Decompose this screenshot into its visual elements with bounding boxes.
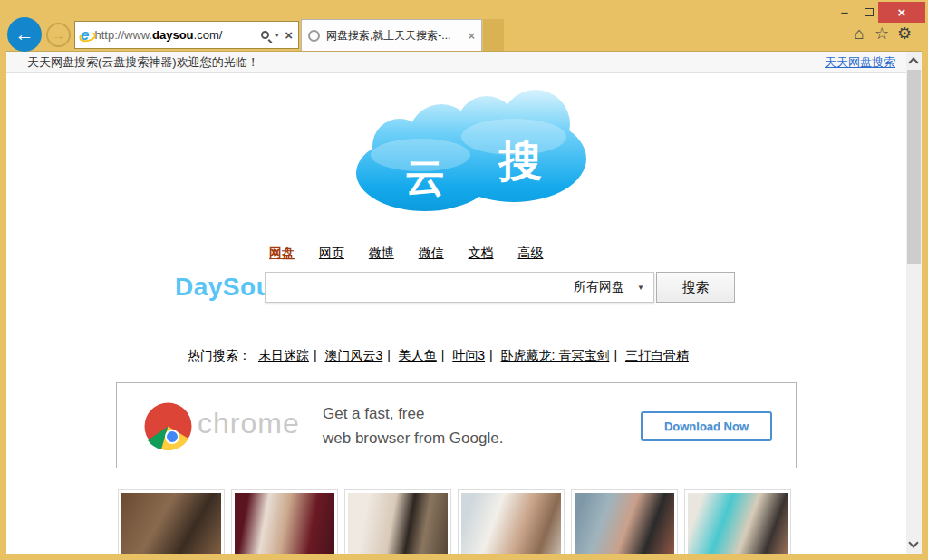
minimize-button[interactable]: – [832, 2, 857, 23]
address-bar[interactable]: e http://www.daysou.com/ ▼ × [74, 21, 299, 49]
hot-link-6[interactable]: 三打白骨精 [625, 348, 689, 362]
close-button[interactable]: × [878, 2, 925, 23]
nav-item-docs[interactable]: 文档 [469, 246, 494, 262]
disk-select-value: 所有网盘 [574, 279, 624, 295]
tab-loading-icon [308, 30, 320, 42]
separator: | [614, 348, 617, 362]
ie-logo-icon: e [81, 26, 89, 44]
forward-arrow-icon: → [53, 28, 65, 43]
search-area: DaySou 所有网盘 ▼ 搜索 [175, 271, 735, 304]
back-arrow-icon: ← [15, 24, 34, 45]
hot-link-1[interactable]: 末日迷踪 [258, 348, 309, 362]
page-content: 天天网盘搜索(云盘搜索神器)欢迎您的光临！ 天天网盘搜索 [6, 52, 906, 554]
top-right-link[interactable]: 天天网盘搜索 [825, 52, 895, 72]
maximize-icon [865, 8, 874, 16]
select-caret-icon: ▼ [637, 284, 644, 292]
disk-type-select[interactable]: 所有网盘 ▼ [570, 273, 648, 302]
browser-toolbar: ⌂ ☆ ⚙ [850, 24, 914, 43]
tab-close-icon[interactable]: × [468, 29, 475, 43]
hot-search-label: 热门搜索： [188, 348, 251, 362]
welcome-text: 天天网盘搜索(云盘搜索神器)欢迎您的光临！ [27, 52, 259, 72]
hot-link-4[interactable]: 叶问3 [452, 348, 485, 362]
settings-gear-icon[interactable]: ⚙ [895, 24, 914, 43]
download-now-button[interactable]: Download Now [641, 411, 772, 441]
hot-link-3[interactable]: 美人鱼 [399, 348, 437, 362]
close-icon: × [898, 5, 906, 20]
nav-item-wechat[interactable]: 微信 [419, 246, 444, 262]
site-brand-text: DaySou [175, 273, 265, 302]
logo-char-right: 搜 [497, 137, 542, 185]
forward-button[interactable]: → [46, 23, 71, 47]
new-tab-button[interactable] [483, 19, 504, 51]
hot-search-row: 热门搜索： 末日迷踪| 澳门风云3| 美人鱼| 叶问3| 卧虎藏龙: 青冥宝剑|… [188, 348, 689, 364]
minimize-icon: – [841, 5, 848, 20]
search-type-nav: 网盘 网页 微博 微信 文档 高级 [269, 246, 564, 262]
thumbnail-item[interactable] [684, 489, 791, 554]
separator: | [314, 348, 317, 362]
separator: | [441, 348, 445, 362]
browser-tab[interactable]: 网盘搜索,就上天天搜索-... × [301, 19, 482, 51]
browser-window: – × ⌂ ☆ ⚙ ← → e http://www.daysou.com/ ▼… [0, 0, 928, 560]
back-button[interactable]: ← [7, 17, 42, 52]
hot-link-2[interactable]: 澳门风云3 [324, 348, 382, 362]
ad-line-1: Get a fast, free [323, 401, 503, 426]
chrome-wordmark: chrome [198, 407, 300, 440]
ad-line-2: web browser from Google. [323, 426, 503, 450]
hot-link-5[interactable]: 卧虎藏龙: 青冥宝剑 [501, 348, 610, 362]
thumbnail-grid [118, 489, 791, 554]
thumbnail-image [461, 493, 561, 554]
thumbnail-item[interactable] [118, 489, 225, 554]
thumbnail-item[interactable] [458, 489, 565, 554]
thumbnail-image [121, 493, 221, 554]
chevron-down-icon[interactable]: ▼ [274, 32, 280, 38]
separator: | [489, 348, 493, 362]
nav-item-weibo[interactable]: 微博 [369, 246, 394, 262]
separator: | [387, 348, 391, 362]
thumbnail-image [235, 493, 334, 554]
url-text: http://www.daysou.com/ [94, 28, 261, 42]
search-input-wrap: 所有网盘 ▼ [265, 272, 654, 303]
site-logo: 云 搜 [334, 90, 588, 212]
scroll-up-icon[interactable] [908, 57, 918, 67]
scroll-down-icon[interactable] [908, 537, 918, 547]
page-viewport: 天天网盘搜索(云盘搜索神器)欢迎您的光临！ 天天网盘搜索 [6, 51, 922, 554]
thumbnail-image [688, 493, 788, 554]
chrome-ad-banner: chrome Get a fast, free web browser from… [116, 382, 797, 468]
ad-text: Get a fast, free web browser from Google… [323, 401, 503, 450]
thumbnail-image [575, 493, 674, 554]
search-icon[interactable] [261, 31, 269, 39]
thumbnail-image [348, 493, 448, 554]
thumbnail-item[interactable] [571, 489, 678, 554]
logo-char-left: 云 [405, 155, 445, 199]
home-icon[interactable]: ⌂ [850, 24, 868, 43]
stop-icon[interactable]: × [285, 27, 293, 43]
nav-item-webpage[interactable]: 网页 [319, 246, 344, 262]
vertical-scrollbar[interactable] [906, 52, 922, 554]
tab-title: 网盘搜索,就上天天搜索-... [326, 28, 461, 43]
nav-item-wangpan[interactable]: 网盘 [269, 246, 295, 262]
nav-item-advanced[interactable]: 高级 [517, 246, 543, 262]
search-button[interactable]: 搜索 [656, 272, 735, 303]
thumbnail-item[interactable] [231, 489, 338, 554]
favorites-star-icon[interactable]: ☆ [873, 24, 891, 43]
thumbnail-item[interactable] [344, 489, 451, 554]
chrome-logo-icon [144, 402, 192, 450]
scrollbar-thumb[interactable] [907, 70, 921, 264]
welcome-bar: 天天网盘搜索(云盘搜索神器)欢迎您的光临！ 天天网盘搜索 [6, 52, 906, 73]
